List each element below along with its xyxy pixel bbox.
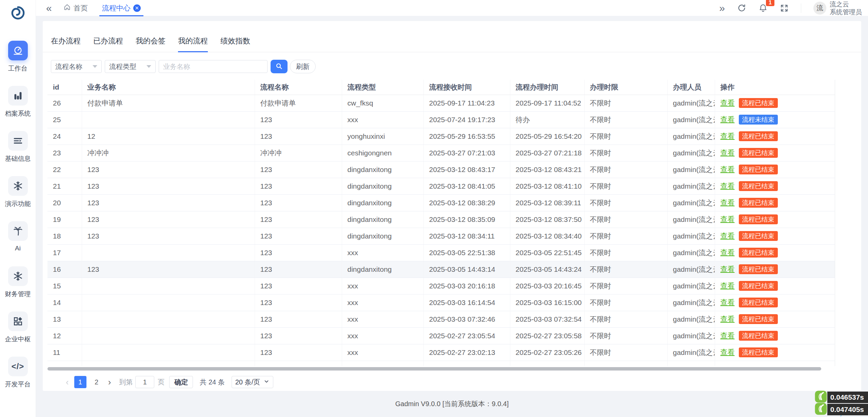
cell-time-limit: 不限时 <box>584 278 667 294</box>
app-logo[interactable] <box>11 4 25 23</box>
cell-process-name: 123 <box>255 194 342 211</box>
sidebar: 工作台 档案系统 基础信息 演示功能 Ai <box>0 0 36 417</box>
snowflake-icon <box>8 176 28 196</box>
tab-process-center[interactable]: 流程中心 ✕ <box>102 0 141 16</box>
tab-done-processes[interactable]: 已办流程 <box>93 36 123 52</box>
snowflake-icon <box>8 266 28 286</box>
user-menu[interactable]: 流 流之云 系统管理员 <box>813 0 862 16</box>
notifications-bell-icon[interactable]: 1 <box>758 3 768 13</box>
cell-handler: gadmin(流之云 <box>667 294 715 311</box>
sidebar-item-dev[interactable]: </> 开发平台 <box>0 357 36 402</box>
view-link[interactable]: 查看 <box>721 149 735 156</box>
tab-my-countersign[interactable]: 我的会签 <box>136 36 165 52</box>
table-row: 19 123 123 dingdanxitong 2025-03-12 08:3… <box>47 211 835 228</box>
tab-my-processes[interactable]: 我的流程 <box>178 36 208 52</box>
process-type-select[interactable]: 流程类型 <box>105 60 156 73</box>
cell-time-limit: 不限时 <box>584 194 667 211</box>
view-link[interactable]: 查看 <box>721 331 735 339</box>
business-name-input[interactable] <box>159 60 268 73</box>
cell-handled-time: 待办 <box>510 111 584 128</box>
view-link[interactable]: 查看 <box>721 198 735 206</box>
search-button[interactable] <box>271 60 288 73</box>
prev-page-icon[interactable]: ‹ <box>66 378 69 386</box>
cell-id: 11 <box>47 344 82 361</box>
scrollbar-thumb[interactable] <box>47 367 821 371</box>
tab-process-label: 流程中心 <box>102 3 131 13</box>
cell-process-type: xxx <box>342 111 423 128</box>
sidebar-item-basic-info[interactable]: 基础信息 <box>0 131 36 176</box>
page-2-button[interactable]: 2 <box>91 376 103 388</box>
cell-business-name <box>82 344 255 361</box>
view-link[interactable]: 查看 <box>721 182 735 190</box>
refresh-icon[interactable] <box>737 3 746 13</box>
cell-id: 22 <box>47 161 82 178</box>
cell-business-name <box>82 361 255 366</box>
view-link[interactable]: 查看 <box>721 248 735 256</box>
cell-actions: 查看流程已结束 <box>715 311 835 327</box>
fullscreen-icon[interactable] <box>780 4 789 13</box>
next-page-icon[interactable]: › <box>108 378 111 386</box>
view-link[interactable]: 查看 <box>721 99 735 107</box>
filter-bar: 流程名称 流程类型 刷新 <box>51 60 853 73</box>
refresh-list-button[interactable]: 刷新 <box>290 60 316 73</box>
cell-process-name <box>255 361 342 366</box>
cell-time-limit <box>584 361 667 366</box>
page-size-select[interactable]: 20 条/页 <box>232 376 273 388</box>
cell-business-name: 123 <box>82 228 255 244</box>
view-link[interactable]: 查看 <box>721 348 735 356</box>
tab-home[interactable]: 首页 <box>63 3 88 13</box>
sidebar-item-ai[interactable]: Ai <box>0 221 36 266</box>
status-badge: 流程已结束 <box>739 314 778 324</box>
table-row: 26 付款申请单 付款申请单 cw_fksq 2025-09-17 11:04:… <box>47 95 835 111</box>
cell-id: 20 <box>47 194 82 211</box>
sidebar-item-label: 演示功能 <box>5 200 31 208</box>
page-1-button[interactable]: 1 <box>74 376 86 388</box>
pagination: ‹ 1 2 › 到第 页 确定 共 24 条 20 条/页 <box>62 376 861 388</box>
process-name-select[interactable]: 流程名称 <box>51 60 102 73</box>
sidebar-item-archive[interactable]: 档案系统 <box>0 86 36 131</box>
tab-performance-index[interactable]: 绩效指数 <box>220 36 250 52</box>
cell-process-name: 123 <box>255 161 342 178</box>
view-link[interactable]: 查看 <box>721 115 735 123</box>
view-link[interactable]: 查看 <box>721 215 735 223</box>
palm-icon <box>8 221 28 241</box>
view-link[interactable]: 查看 <box>721 232 735 240</box>
table-row: 12 123 xxx 2025-02-27 23:05:54 2025-02-2… <box>47 327 835 344</box>
cell-process-name: 123 <box>255 178 342 194</box>
status-badge: 流程已结束 <box>739 347 778 358</box>
tab-pending-processes[interactable]: 在办流程 <box>51 36 81 52</box>
sidebar-item-label: 基础信息 <box>5 154 31 163</box>
table-row: 11 123 xxx 2025-02-27 23:02:13 2025-02-2… <box>47 344 835 361</box>
cell-id: 26 <box>47 95 82 111</box>
cell-business-name <box>82 327 255 344</box>
expand-tabs-icon[interactable]: » <box>719 2 725 14</box>
goto-page-input[interactable] <box>135 376 154 388</box>
cell-handler <box>667 361 715 366</box>
cell-business-name: 冲冲冲 <box>82 145 255 161</box>
view-link[interactable]: 查看 <box>721 132 735 140</box>
home-icon <box>63 3 71 13</box>
close-tab-icon[interactable]: ✕ <box>133 4 141 12</box>
cell-received-time: 2025-05-29 16:53:55 <box>423 128 510 145</box>
status-badge: 流程已结束 <box>739 131 778 141</box>
confirm-button[interactable]: 确定 <box>169 376 193 388</box>
cell-actions: 查看流程已结束 <box>715 327 835 344</box>
view-link[interactable]: 查看 <box>721 315 735 323</box>
table-row: 17 123 xxx 2025-03-05 22:51:38 2025-03-0… <box>47 244 835 261</box>
cell-process-type: dingdanxitong <box>342 211 423 228</box>
cell-received-time: 2025-03-12 08:43:17 <box>423 161 510 178</box>
view-link[interactable]: 查看 <box>721 282 735 289</box>
cell-process-name: 123 <box>255 228 342 244</box>
cell-process-type: xxx <box>342 311 423 327</box>
cell-business-name <box>82 111 255 128</box>
cell-handled-time: 2025-03-12 08:34:40 <box>510 228 584 244</box>
view-link[interactable]: 查看 <box>721 165 735 173</box>
sidebar-item-enterprise[interactable]: 企业中枢 <box>0 311 36 357</box>
view-link[interactable]: 查看 <box>721 298 735 306</box>
view-link[interactable]: 查看 <box>721 265 735 273</box>
collapse-sidebar-icon[interactable]: « <box>46 3 52 13</box>
cell-process-name: 冲冲冲 <box>255 145 342 161</box>
sidebar-item-workbench[interactable]: 工作台 <box>0 41 36 86</box>
sidebar-item-demo[interactable]: 演示功能 <box>0 176 36 221</box>
sidebar-item-finance[interactable]: 财务管理 <box>0 266 36 311</box>
